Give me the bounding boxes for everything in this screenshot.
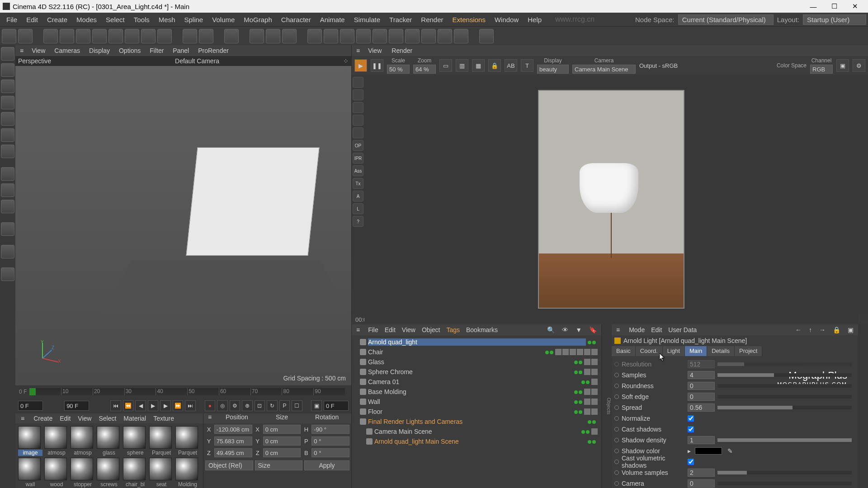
color-swatch[interactable] [695, 447, 722, 455]
frame-current-field[interactable]: 0 F [324, 401, 349, 411]
xray-icon[interactable] [224, 29, 239, 43]
camera-options-icon[interactable]: ⁘ [343, 57, 349, 65]
l-button[interactable]: L [353, 203, 363, 214]
key-param-button[interactable]: P [279, 400, 290, 411]
frame-end-field[interactable]: 90 F [64, 401, 89, 411]
minimize-button[interactable]: — [803, 0, 824, 13]
material-preview[interactable] [149, 458, 172, 480]
key-pos-button[interactable]: ⊕ [242, 400, 253, 411]
visibility-dots[interactable] [588, 418, 596, 425]
param-slider[interactable] [717, 384, 852, 388]
menu-extensions[interactable]: Extensions [448, 14, 490, 25]
render-menu-render[interactable]: Render [387, 46, 417, 55]
object-name[interactable]: Glass [368, 358, 572, 366]
material-preview[interactable] [97, 426, 119, 449]
param-slider[interactable] [717, 406, 852, 409]
param-checkbox[interactable] [688, 415, 694, 422]
param-dot-icon[interactable] [614, 373, 619, 377]
attr-tab-light[interactable]: Light [663, 346, 685, 356]
filter-icon[interactable]: ▼ [573, 325, 585, 334]
param-slider[interactable] [717, 482, 852, 485]
param-value-field[interactable]: 512 [688, 360, 715, 368]
param-dot-icon[interactable] [614, 470, 619, 475]
material-Parquet[interactable]: Parquet [175, 426, 200, 456]
material-preview[interactable] [18, 426, 41, 449]
objects-tab-strip[interactable]: Objects [602, 324, 612, 488]
material-preview[interactable] [18, 458, 41, 480]
viewport-menu-panel[interactable]: Panel [168, 46, 193, 55]
material-wall[interactable]: wall [18, 458, 42, 488]
polygon-mode-button[interactable] [1, 128, 14, 142]
redo-icon[interactable] [18, 29, 33, 43]
deform-icon[interactable] [405, 29, 420, 43]
tag-icon[interactable] [591, 379, 598, 385]
param-dot-icon[interactable] [614, 405, 619, 410]
render-queue-icon[interactable] [282, 29, 297, 43]
output-dropdown[interactable]: Output - sRGB [639, 62, 689, 69]
object-node[interactable]: Wall [354, 397, 599, 407]
camera-dropdown[interactable]: Camera Main Scene [572, 65, 636, 74]
menu-animate[interactable]: Animate [316, 14, 349, 25]
param-value-field[interactable]: 0 [688, 393, 715, 401]
material-preview[interactable] [71, 458, 93, 480]
param-dot-icon[interactable] [614, 384, 619, 388]
param-slider[interactable] [717, 362, 852, 366]
hamburger-icon[interactable]: ≡ [613, 325, 623, 334]
object-name[interactable]: Arnold quad_light [368, 338, 586, 346]
cube-icon[interactable] [307, 29, 322, 43]
eyedropper-icon[interactable]: ✎ [727, 447, 733, 455]
material-preview[interactable] [175, 426, 198, 449]
material-chair_bl[interactable]: chair_bl [123, 458, 147, 488]
menu-window[interactable]: Window [490, 14, 523, 25]
param-dot-icon[interactable] [614, 416, 619, 421]
size-z-field[interactable]: 0 cm [263, 448, 301, 457]
param-checkbox[interactable] [688, 459, 694, 465]
objects-menu-tags[interactable]: Tags [443, 325, 462, 334]
materials-menu-create[interactable]: Create [30, 414, 56, 423]
visibility-dots[interactable] [588, 338, 596, 346]
extrude-icon[interactable] [356, 29, 371, 43]
param-dot-icon[interactable] [614, 394, 619, 399]
param-dot-icon[interactable] [614, 481, 619, 486]
next-frame-button[interactable]: ▶ [160, 400, 171, 411]
param-dot-icon[interactable] [614, 449, 619, 453]
timeline-ruler[interactable]: 0 F 0102030405060708090 [15, 385, 351, 398]
material-sphere[interactable]: sphere [123, 426, 147, 456]
object-node[interactable]: Chair [354, 347, 599, 357]
visibility-dots[interactable] [574, 398, 582, 405]
param-slider[interactable] [717, 373, 852, 377]
object-name[interactable]: Sphere Chrome [368, 368, 572, 375]
ipr-button[interactable]: IPR [353, 153, 363, 164]
object-node[interactable]: Floor [354, 407, 599, 417]
tag-icon[interactable] [591, 408, 598, 415]
param-slider[interactable] [717, 395, 852, 399]
attr-tab-basic[interactable]: Basic [612, 346, 636, 356]
visibility-dots[interactable] [574, 388, 582, 395]
viewport-canvas[interactable]: Y X Z Grid Spacing : 500 cm [15, 66, 351, 385]
record-button[interactable]: ● [205, 400, 216, 411]
tag-icon[interactable] [570, 349, 576, 355]
pick-button[interactable] [353, 89, 363, 100]
hamburger-icon[interactable]: ≡ [354, 325, 363, 334]
workplane-mode-button[interactable] [1, 80, 14, 93]
object-name[interactable]: Base Molding [368, 388, 572, 395]
lock-icon[interactable]: 🔒 [488, 59, 501, 72]
material-image[interactable]: image [18, 426, 42, 456]
ab-compare-icon[interactable]: AB [505, 59, 517, 72]
visibility-dots[interactable] [574, 408, 582, 415]
object-name[interactable]: Floor [368, 408, 572, 415]
render-view-icon[interactable] [250, 29, 264, 43]
object-node[interactable]: Camera 01 [354, 377, 599, 387]
menu-mograph[interactable]: MoGraph [239, 14, 277, 25]
tag-icon[interactable] [591, 399, 598, 405]
grid-icon[interactable]: ▦ [472, 59, 485, 72]
viewport-menu-prorender[interactable]: ProRender [193, 46, 233, 55]
visibility-dots[interactable] [545, 348, 553, 356]
tag-icon[interactable] [591, 369, 598, 375]
bend-icon[interactable] [389, 29, 403, 43]
autokey-button[interactable]: ◎ [217, 400, 228, 411]
viewport-menu-filter[interactable]: Filter [145, 46, 168, 55]
materials-menu-view[interactable]: View [74, 414, 95, 423]
object-name[interactable]: Final Render Lights and Cameras [368, 418, 586, 425]
rotate-icon[interactable] [92, 29, 107, 43]
